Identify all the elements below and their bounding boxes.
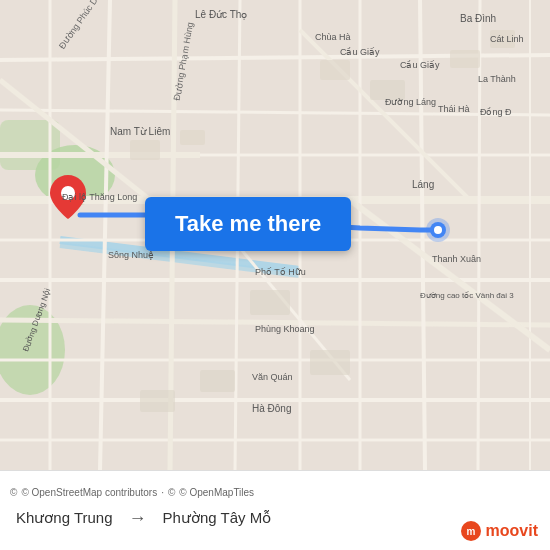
svg-rect-29 [180, 130, 205, 145]
svg-text:Đại lộ Thăng Long: Đại lộ Thăng Long [62, 192, 137, 202]
svg-text:La Thành: La Thành [478, 74, 516, 84]
svg-rect-32 [450, 50, 480, 68]
svg-text:Cầu Giấy: Cầu Giấy [340, 47, 380, 57]
svg-line-22 [478, 0, 480, 470]
route-to: Phường Tây Mỗ [163, 509, 272, 527]
attribution: © © OpenStreetMap contributors · © © Ope… [0, 485, 550, 500]
svg-text:Thái Hà: Thái Hà [438, 104, 470, 114]
svg-rect-34 [250, 290, 290, 315]
svg-text:Đồng Đ: Đồng Đ [480, 107, 512, 117]
svg-text:Phố Tố Hữu: Phố Tố Hữu [255, 267, 306, 277]
svg-text:Đường Láng: Đường Láng [385, 97, 436, 107]
svg-text:m: m [466, 526, 475, 537]
svg-text:Cát Linh: Cát Linh [490, 34, 524, 44]
moovit-logo: m moovit [460, 520, 538, 542]
svg-text:Phùng Khoang: Phùng Khoang [255, 324, 315, 334]
origin-dot [426, 218, 450, 242]
svg-text:Hà Đông: Hà Đông [252, 403, 291, 414]
svg-point-41 [434, 226, 442, 234]
svg-text:Chùa Hà: Chùa Hà [315, 32, 351, 42]
svg-text:Cầu Giấy: Cầu Giấy [400, 60, 440, 70]
svg-text:Nam Từ Liêm: Nam Từ Liêm [110, 126, 170, 137]
osm-attribution: © OpenStreetMap contributors [21, 487, 157, 498]
svg-text:Lê Đức Thọ: Lê Đức Thọ [195, 9, 247, 20]
svg-rect-30 [320, 60, 350, 80]
svg-rect-37 [140, 390, 175, 412]
moovit-logo-text: moovit [486, 522, 538, 540]
attribution-separator: · [161, 487, 164, 498]
svg-text:Láng: Láng [412, 179, 434, 190]
svg-text:Sông Nhuệ: Sông Nhuệ [108, 250, 154, 260]
svg-text:Thanh Xuân: Thanh Xuân [432, 254, 481, 264]
copyright-icon: © [10, 487, 17, 498]
svg-text:Đường cao tốc Vành đai 3: Đường cao tốc Vành đai 3 [420, 291, 514, 300]
copyright-icon-2: © [168, 487, 175, 498]
bottom-bar: © © OpenStreetMap contributors · © © Ope… [0, 470, 550, 550]
tiles-attribution: © OpenMapTiles [179, 487, 254, 498]
take-me-there-button[interactable]: Take me there [145, 197, 351, 251]
svg-rect-35 [310, 350, 350, 375]
route-from: Khương Trung [16, 509, 113, 527]
map-area: Lê Đức Thọ Ba Đình Đường Phúc Diễn Cầu G… [0, 0, 550, 470]
svg-text:Văn Quán: Văn Quán [252, 372, 293, 382]
app-container: Lê Đức Thọ Ba Đình Đường Phúc Diễn Cầu G… [0, 0, 550, 550]
moovit-logo-icon: m [460, 520, 482, 542]
svg-rect-28 [130, 140, 160, 160]
route-arrow: → [129, 508, 147, 529]
svg-text:Ba Đình: Ba Đình [460, 13, 496, 24]
svg-rect-36 [200, 370, 235, 392]
